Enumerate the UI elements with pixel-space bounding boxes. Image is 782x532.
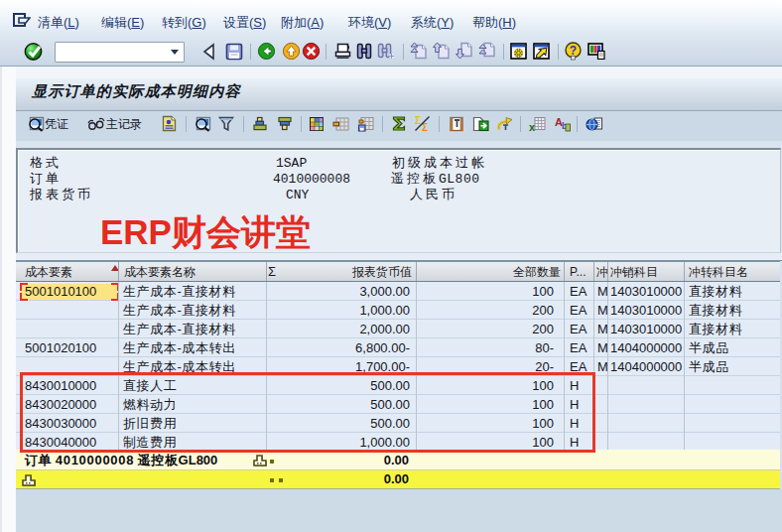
- svg-text:x: x: [529, 121, 536, 133]
- svg-text:?: ?: [570, 44, 577, 58]
- svg-text:Σ: Σ: [415, 115, 421, 126]
